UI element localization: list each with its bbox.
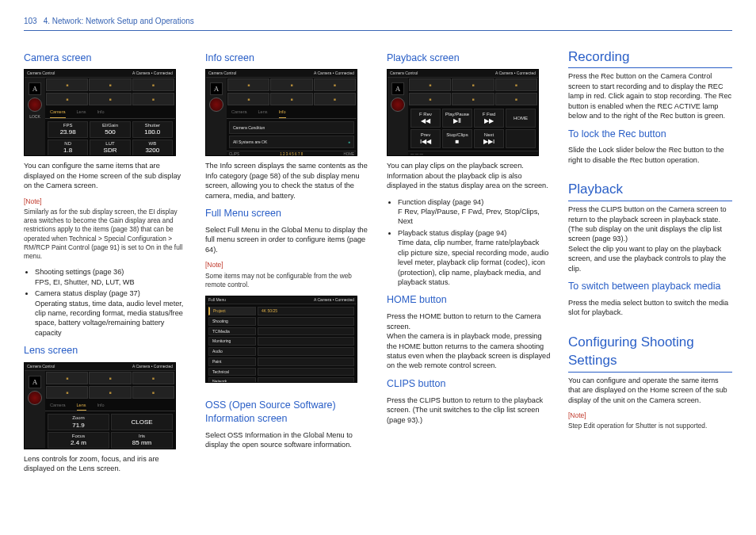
note-label: [Note] xyxy=(205,261,369,269)
column-1: Camera screen Camera ControlA Camera • C… xyxy=(24,48,188,480)
para-recording: Press the Rec button on the Camera Contr… xyxy=(568,71,732,120)
heading-info-screen: Info screen xyxy=(205,52,369,65)
heading-shooting-settings: Configuring Shooting Settings xyxy=(568,334,732,373)
para-shooting-settings: You can configure and operate the same i… xyxy=(568,376,732,405)
breadcrumb: 4. Network: Network Setup and Operations xyxy=(44,16,194,27)
note-label: [Note] xyxy=(568,411,732,420)
bullets-playback-screen: Function display (page 94) F Rev, Play/P… xyxy=(387,197,551,288)
page-header: 103 4. Network: Network Setup and Operat… xyxy=(24,16,732,31)
figure-full-menu: Full MenuA Camera • Connected Project 4K… xyxy=(205,296,357,383)
para-playback: Press the CLIPS button on the Camera scr… xyxy=(568,204,732,273)
heading-lock-rec: To lock the Rec button xyxy=(568,128,732,141)
heading-switch-media: To switch between playback media xyxy=(568,280,732,293)
note-text: Step Edit operation for Shutter is not s… xyxy=(568,422,732,430)
para-oss: Select OSS Information in the Global Men… xyxy=(205,430,369,450)
bullets-camera-screen: Shooting settings (page 36) FPS, EI, Shu… xyxy=(24,267,188,338)
heading-playback: Playback xyxy=(568,181,732,201)
heading-clips-button: CLIPS button xyxy=(387,377,551,391)
figure-playback-screen: Camera ControlA Camera • Connected A ■■■… xyxy=(387,69,539,156)
note-text: Similarly as for the sub display screen,… xyxy=(24,208,188,261)
note-label: [Note] xyxy=(24,197,188,206)
para-lock-rec: Slide the Lock slider below the Rec butt… xyxy=(568,145,732,165)
heading-playback-screen: Playback screen xyxy=(387,52,551,65)
column-3: Playback screen Camera ControlA Camera •… xyxy=(387,48,551,480)
heading-home-button: HOME button xyxy=(387,293,551,307)
heading-camera-screen: Camera screen xyxy=(24,52,188,65)
para-switch-media: Press the media select button to switch … xyxy=(568,298,732,318)
para-clips-button: Press the CLIPS button to return to the … xyxy=(387,396,551,425)
para-camera-screen: You can configure the same items that ar… xyxy=(24,161,188,190)
heading-oss: OSS (Open Source Software) Information s… xyxy=(205,399,369,426)
para-lens-screen: Lens controls for zoom, focus, and iris … xyxy=(24,454,188,474)
rec-icon xyxy=(28,97,42,112)
heading-lens-screen: Lens screen xyxy=(24,344,188,357)
note-text: Some items may not be configurable from … xyxy=(205,272,369,289)
figure-info-screen: Camera ControlA Camera • Connected A ■■■… xyxy=(205,69,357,156)
figure-camera-screen: Camera ControlA Camera • Connected A LOC… xyxy=(24,69,176,156)
column-2: Info screen Camera ControlA Camera • Con… xyxy=(205,48,369,480)
figure-lens-screen: Camera ControlA Camera • Connected A ■■■… xyxy=(24,362,176,449)
page-number: 103 xyxy=(24,16,37,27)
para-info-screen: The Info screen displays the same conten… xyxy=(205,161,369,201)
para-playback-screen: You can play clips on the playback scree… xyxy=(387,161,551,190)
heading-full-menu: Full Menu screen xyxy=(205,207,369,220)
para-full-menu: Select Full Menu in the Global Menu to d… xyxy=(205,225,369,254)
column-4: Recording Press the Rec button on the Ca… xyxy=(568,48,732,480)
para-home-button: Press the HOME button to return to the C… xyxy=(387,311,551,371)
heading-recording: Recording xyxy=(568,48,732,69)
